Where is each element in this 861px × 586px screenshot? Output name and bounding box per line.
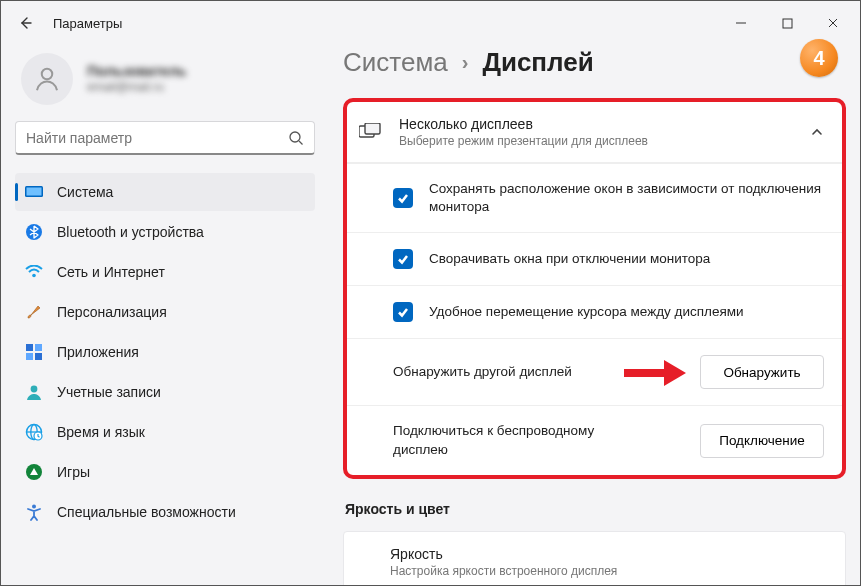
search-field[interactable] [26, 130, 288, 146]
account-text: Пользователь email@mail.ru [87, 62, 186, 96]
section-brightness-color: Яркость и цвет [345, 501, 846, 517]
search-input[interactable] [15, 121, 315, 155]
sidebar-item-label: Приложения [57, 344, 139, 360]
sidebar-item-system[interactable]: Система [15, 173, 315, 211]
svg-rect-10 [35, 353, 42, 360]
window-title: Параметры [53, 16, 122, 31]
svg-rect-9 [26, 353, 33, 360]
avatar [21, 53, 73, 105]
detect-button[interactable]: Обнаружить [700, 355, 824, 389]
step-badge: 4 [800, 39, 838, 77]
sidebar-item-time-language[interactable]: Время и язык [15, 413, 315, 451]
sidebar-item-label: Bluetooth и устройства [57, 224, 204, 240]
checkbox-checked[interactable] [393, 249, 413, 269]
breadcrumb: Система › Дисплей [343, 47, 846, 78]
sidebar-item-accessibility[interactable]: Специальные возможности [15, 493, 315, 531]
sidebar-item-network[interactable]: Сеть и Интернет [15, 253, 315, 291]
annotation-arrow [624, 360, 684, 384]
apps-icon [25, 343, 43, 361]
sidebar-item-bluetooth[interactable]: Bluetooth и устройства [15, 213, 315, 251]
svg-rect-4 [27, 188, 42, 196]
gaming-icon [25, 463, 43, 481]
wireless-row: Подключиться к беспроводному дисплею Под… [347, 405, 842, 474]
checkbox-row-cursor-ease[interactable]: Удобное перемещение курсора между диспле… [347, 285, 842, 338]
nav: Система Bluetooth и устройства Сеть и Ин… [15, 173, 315, 531]
brightness-card[interactable]: Яркость Настройка яркости встроенного ди… [343, 531, 846, 586]
svg-point-2 [290, 132, 300, 142]
account-block[interactable]: Пользователь email@mail.ru [15, 45, 315, 121]
checkbox-row-minimize-on-disconnect[interactable]: Сворачивать окна при отключении монитора [347, 232, 842, 285]
user-icon [25, 383, 43, 401]
sidebar-item-gaming[interactable]: Игры [15, 453, 315, 491]
maximize-button[interactable] [764, 3, 810, 43]
checkbox-checked[interactable] [393, 188, 413, 208]
svg-rect-8 [35, 344, 42, 351]
sidebar-item-label: Игры [57, 464, 90, 480]
globe-icon [25, 423, 43, 441]
bluetooth-icon [25, 223, 43, 241]
sidebar-item-label: Персонализация [57, 304, 167, 320]
svg-point-6 [32, 274, 36, 278]
system-icon [25, 183, 43, 201]
page-title: Дисплей [482, 47, 593, 78]
panel-subtitle: Выберите режим презентации для дисплеев [399, 134, 792, 148]
connect-button[interactable]: Подключение [700, 424, 824, 458]
sidebar-item-label: Учетные записи [57, 384, 161, 400]
accessibility-icon [25, 503, 43, 521]
minimize-button[interactable] [718, 3, 764, 43]
sidebar-item-label: Система [57, 184, 113, 200]
multiple-displays-panel: Несколько дисплеев Выберите режим презен… [343, 98, 846, 479]
panel-title: Несколько дисплеев [399, 116, 792, 132]
svg-rect-18 [365, 123, 380, 134]
back-button[interactable] [9, 7, 41, 39]
panel-header[interactable]: Несколько дисплеев Выберите режим презен… [347, 102, 842, 163]
search-icon [288, 130, 304, 146]
sidebar: Пользователь email@mail.ru Система Bluet… [15, 45, 315, 585]
wifi-icon [25, 263, 43, 281]
checkbox-checked[interactable] [393, 302, 413, 322]
sidebar-item-label: Время и язык [57, 424, 145, 440]
checkbox-row-remember-layout[interactable]: Сохранять расположение окон в зависимост… [347, 163, 842, 232]
detect-row: Обнаружить другой дисплей Обнаружить [347, 338, 842, 405]
svg-point-16 [32, 505, 36, 509]
svg-point-11 [31, 386, 38, 393]
svg-rect-7 [26, 344, 33, 351]
breadcrumb-root[interactable]: Система [343, 47, 448, 78]
close-button[interactable] [810, 3, 856, 43]
sidebar-item-personalization[interactable]: Персонализация [15, 293, 315, 331]
sidebar-item-accounts[interactable]: Учетные записи [15, 373, 315, 411]
sidebar-item-apps[interactable]: Приложения [15, 333, 315, 371]
chevron-up-icon[interactable] [810, 125, 824, 139]
displays-icon [359, 123, 381, 141]
svg-rect-0 [783, 19, 792, 28]
sidebar-item-label: Специальные возможности [57, 504, 236, 520]
chevron-right-icon: › [462, 51, 469, 74]
sidebar-item-label: Сеть и Интернет [57, 264, 165, 280]
titlebar: Параметры [1, 1, 860, 45]
brush-icon [25, 303, 43, 321]
svg-point-1 [42, 69, 53, 80]
main: 4 Система › Дисплей Несколько дисплеев В… [343, 45, 846, 585]
